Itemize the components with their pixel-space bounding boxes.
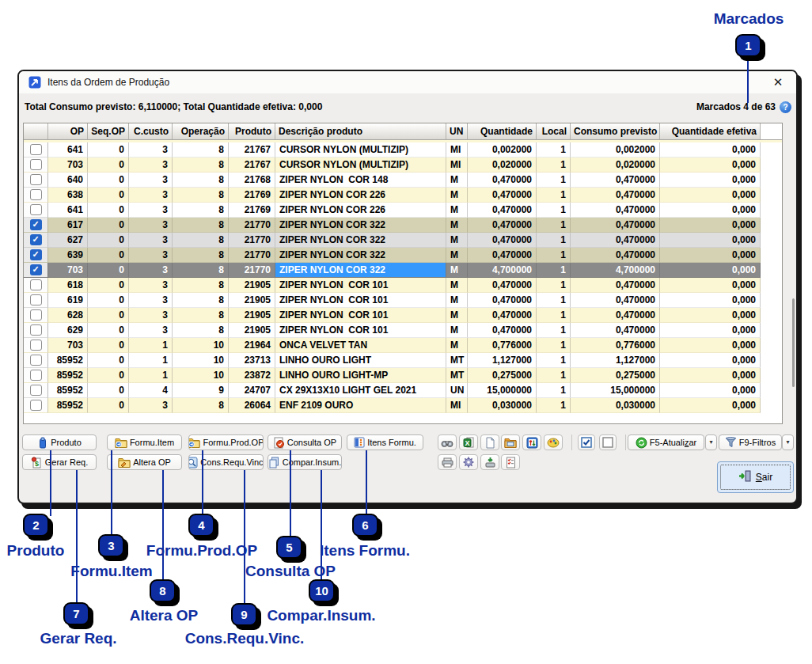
row-checkbox-cell[interactable] [24,353,48,368]
cons-requ-vinc--button[interactable]: Cons.Requ.Vinc. [188,454,264,470]
table-row[interactable]: 8595203826064ENF 2109 OUROMI0,03000010,0… [24,398,782,413]
table-row[interactable]: ✓63903821770ZIPER NYLON COR 322M0,470000… [24,248,782,263]
help-icon[interactable]: ? [780,101,791,113]
itens-formu--button[interactable]: Itens Formu. [347,434,423,450]
checkbox-unchecked-icon[interactable] [30,324,42,336]
f5-dropdown-arrow[interactable]: ▾ [705,434,717,450]
row-checkbox-cell[interactable]: ✓ [24,218,48,233]
checkbox-unchecked-icon[interactable] [30,309,42,321]
excel-button[interactable]: X [459,434,478,450]
row-checkbox-cell[interactable] [24,398,48,413]
checkbox-checked-icon[interactable]: ✓ [30,264,42,275]
table-row[interactable]: 64003821768ZIPER NYLON COR 148M0,4700001… [24,173,782,188]
checkbox-unchecked-icon[interactable] [30,340,42,351]
row-checkbox-cell[interactable] [24,338,48,353]
table-row[interactable]: 64103821767CURSOR NYLON (MULTIZIP)MI0,00… [24,142,782,157]
formu-item-button[interactable]: Formu.Item [107,434,182,450]
column-header[interactable]: Produto [229,123,275,139]
gerar-req--button[interactable]: $Gerar Req. [22,454,97,470]
sair-button[interactable]: Sair [717,461,794,493]
table-row[interactable]: 63803821769ZIPER NYLON COR 226M0,4700001… [24,188,782,203]
checkbox-unchecked-icon[interactable] [30,174,42,185]
binoculars-button[interactable] [438,434,457,450]
row-checkbox-cell[interactable] [24,368,48,383]
table-row[interactable]: 8595204924707CX 29X13X10 LIGHT GEL 2021U… [24,383,782,398]
checkbox-unchecked-button[interactable] [599,434,617,450]
gear-button[interactable] [459,454,478,470]
table-row[interactable]: 64103821769ZIPER NYLON COR 226M0,4700001… [24,203,782,218]
row-checkbox-cell[interactable] [24,188,48,203]
cell-produto: 21905 [229,293,275,308]
cell-consumo: 0,776000 [571,338,660,353]
checkbox-unchecked-icon[interactable] [30,355,42,366]
checkbox-unchecked-icon[interactable] [30,370,42,381]
checkbox-checked-button[interactable] [578,434,595,450]
checklist-button[interactable] [501,454,520,470]
f9-filtros-button[interactable]: F9-Filtros [719,434,782,450]
checkbox-unchecked-icon[interactable] [30,189,42,200]
column-header[interactable]: C.custo [129,123,173,139]
table-row[interactable]: 70303821767CURSOR NYLON (MULTIZIP)MI0,02… [24,157,782,173]
checkbox-unchecked-icon[interactable] [30,294,42,305]
checkbox-checked-icon[interactable]: ✓ [30,234,42,245]
table-row[interactable]: ✓61703821770ZIPER NYLON COR 322M0,470000… [24,218,782,233]
table-row[interactable]: 61903821905ZIPER NYLON COR 101M0,4700001… [24,293,782,308]
export-button[interactable] [480,454,499,470]
f5-atualizar-button[interactable]: F5-Atualizar [628,434,704,450]
row-checkbox-cell[interactable]: ✓ [24,248,48,263]
column-header-checkbox[interactable] [24,123,48,139]
row-checkbox-cell[interactable] [24,173,48,188]
table-row[interactable]: 85952011023872LINHO OURO LIGHT-MPMT0,275… [24,368,782,383]
document-button[interactable] [480,434,499,450]
palette-button[interactable] [544,434,563,450]
row-checkbox-cell[interactable]: ✓ [24,233,48,248]
callout-label-compar-insum-: Compar.Insum. [267,607,375,624]
table-row[interactable]: 62903821905ZIPER NYLON COR 101M0,4700001… [24,323,782,338]
formu-prod-op-button[interactable]: Formu.Prod.OP [188,434,264,450]
f9-dropdown-arrow[interactable]: ▾ [782,434,794,450]
table-row[interactable]: ✓70303821770ZIPER NYLON COR 322M4,700000… [24,263,782,278]
produto-button[interactable]: Produto [22,434,97,450]
row-checkbox-cell[interactable] [24,278,48,293]
checkbox-unchecked-icon[interactable] [30,279,42,290]
checkbox-checked-icon[interactable]: ✓ [30,249,42,260]
table-row[interactable]: 62803821905ZIPER NYLON COR 101M0,4700001… [24,308,782,323]
cell-produto: 21767 [229,142,275,157]
column-header[interactable]: Quantidade [468,123,537,139]
column-header[interactable]: Operação [173,123,229,139]
table-row[interactable]: ✓62703821770ZIPER NYLON COR 322M0,470000… [24,233,782,248]
row-checkbox-cell[interactable] [24,323,48,338]
checkbox-unchecked-icon[interactable] [30,400,42,411]
row-checkbox-cell[interactable] [24,142,48,157]
checkbox-unchecked-icon[interactable] [30,385,42,396]
consulta-op-button[interactable]: Consulta OP [268,434,342,450]
table-row[interactable]: 703011021964ONCA VELVET TANM0,77600010,7… [24,338,782,353]
close-icon[interactable]: ✕ [771,75,785,89]
row-checkbox-cell[interactable] [24,203,48,218]
table-row[interactable]: 61803821905ZIPER NYLON COR 101M0,4700001… [24,278,782,293]
altera-op-button[interactable]: Altera OP [107,454,182,470]
checkbox-unchecked-icon[interactable] [30,144,42,155]
row-checkbox-cell[interactable] [24,308,48,323]
row-checkbox-cell[interactable] [24,383,48,398]
cell-efetiva: 0,000 [660,398,761,413]
row-checkbox-cell[interactable] [24,293,48,308]
column-header[interactable]: Descrição produto [275,123,446,139]
column-header[interactable]: Consumo previsto [571,123,660,139]
compar-insum--button[interactable]: Compar.Insum. [268,454,342,470]
column-header[interactable]: Seq.OP [88,123,129,139]
checkbox-unchecked-icon[interactable] [30,159,42,170]
column-header[interactable]: OP [48,123,88,139]
row-checkbox-cell[interactable]: ✓ [24,263,48,278]
sort-button[interactable] [522,434,541,450]
folder-view-button[interactable] [501,434,520,450]
column-header[interactable]: Quantidade efetiva [660,123,761,139]
checkbox-checked-icon[interactable]: ✓ [30,219,42,230]
vertical-scrollbar[interactable] [792,298,795,387]
checkbox-unchecked-icon[interactable] [30,204,42,215]
printer-button[interactable] [438,454,457,470]
column-header[interactable]: Local [537,123,571,139]
row-checkbox-cell[interactable] [24,157,48,173]
column-header[interactable]: UN [446,123,468,139]
table-row[interactable]: 85952011023713LINHO OURO LIGHTMT1,127000… [24,353,782,368]
